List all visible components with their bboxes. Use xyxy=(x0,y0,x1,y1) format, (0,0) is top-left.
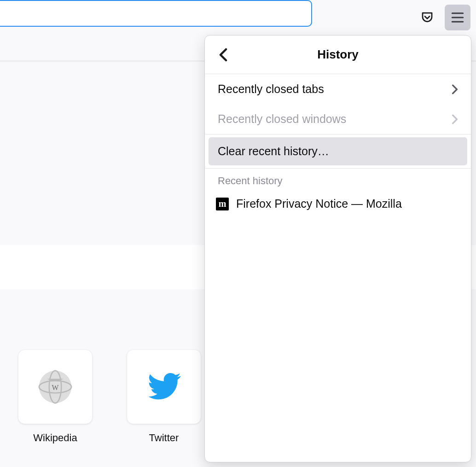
mozilla-favicon: m xyxy=(216,198,229,210)
topsite-twitter[interactable]: Twitter xyxy=(127,350,201,444)
hamburger-icon xyxy=(451,12,464,23)
history-entry-title: Firefox Privacy Notice — Mozilla xyxy=(236,197,402,210)
chevron-right-icon xyxy=(452,114,458,124)
panel-separator xyxy=(205,134,471,134)
topsite-label: Twitter xyxy=(149,432,179,444)
history-panel: History Recently closed tabs Recently cl… xyxy=(204,35,471,462)
app-menu-button[interactable] xyxy=(445,5,470,30)
twitter-icon xyxy=(145,368,182,405)
menu-item-label: Recently closed tabs xyxy=(218,82,324,96)
clear-recent-history[interactable]: Clear recent history… xyxy=(209,137,467,165)
wikipedia-icon: W xyxy=(35,367,75,407)
menu-item-label: Clear recent history… xyxy=(218,145,329,158)
chevron-left-icon xyxy=(219,48,228,62)
topsite-label: Wikipedia xyxy=(33,432,77,444)
chevron-right-icon xyxy=(452,84,458,94)
panel-back-button[interactable] xyxy=(216,47,231,62)
panel-title: History xyxy=(317,47,359,62)
topsite-wikipedia[interactable]: W Wikipedia xyxy=(18,350,92,444)
recently-closed-windows: Recently closed windows xyxy=(205,104,471,134)
panel-header: History xyxy=(205,35,471,74)
browser-toolbar xyxy=(0,0,476,35)
svg-text:W: W xyxy=(52,384,59,391)
address-bar[interactable] xyxy=(0,0,312,27)
recent-history-label: Recent history xyxy=(205,169,471,192)
pocket-icon xyxy=(420,11,434,24)
pocket-button[interactable] xyxy=(418,8,436,27)
history-entry[interactable]: m Firefox Privacy Notice — Mozilla xyxy=(205,192,471,216)
topsite-tile xyxy=(127,350,201,424)
recently-closed-tabs[interactable]: Recently closed tabs xyxy=(205,74,471,104)
topsite-tile: W xyxy=(18,350,92,424)
menu-item-label: Recently closed windows xyxy=(218,112,346,126)
top-sites-grid: W Wikipedia Twitter xyxy=(18,350,201,444)
